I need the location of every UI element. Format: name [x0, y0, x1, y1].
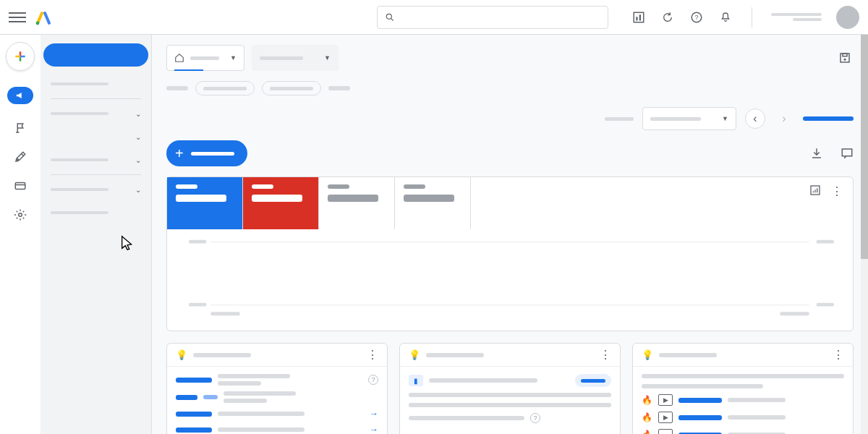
date-range-selector[interactable]: ▼	[642, 107, 736, 130]
metric-tile-1[interactable]	[167, 177, 243, 229]
filter-chip-1[interactable]	[195, 81, 255, 95]
rail-item-goals[interactable]	[14, 122, 27, 135]
date-label	[605, 117, 634, 121]
feedback-icon[interactable]	[841, 147, 854, 160]
flame-icon: 🔥	[642, 430, 652, 434]
nav-item-6[interactable]	[41, 201, 151, 224]
search-icon	[385, 12, 395, 22]
crumb-2[interactable]	[328, 86, 350, 90]
top-header: ?	[0, 0, 868, 35]
svg-rect-15	[841, 54, 849, 62]
menu-icon[interactable]	[9, 9, 26, 26]
svg-text:?: ?	[694, 14, 698, 21]
svg-point-14	[19, 213, 22, 217]
secondary-nav: ⌄ ⌄ ⌄ ⌄	[41, 35, 152, 434]
svg-rect-18	[842, 149, 852, 156]
caret-down-icon: ▼	[230, 54, 237, 61]
svg-rect-4	[636, 17, 637, 20]
nav-item-campaigns[interactable]: ⌄	[41, 125, 151, 148]
user-avatar[interactable]	[836, 6, 859, 29]
svg-rect-24	[189, 303, 206, 307]
rail-item-billing[interactable]	[14, 179, 27, 192]
info-icon[interactable]: ?	[368, 375, 378, 385]
svg-rect-27	[780, 312, 809, 315]
title-row: ▼ ‹ ›	[152, 101, 868, 136]
more-icon[interactable]: ⋮	[600, 348, 611, 362]
search-input[interactable]	[401, 12, 600, 22]
header-actions: ?	[631, 6, 859, 29]
insight-cards: 💡⋮ ? → → → 💡⋮ ▮ ? 💡⋮	[152, 331, 868, 434]
svg-point-17	[844, 59, 846, 61]
svg-rect-26	[210, 312, 239, 315]
nav-item-2[interactable]: ⌄	[41, 102, 151, 125]
icon-rail	[0, 35, 41, 434]
download-icon[interactable]	[810, 147, 823, 160]
google-ads-logo-icon	[35, 9, 52, 26]
save-view-icon[interactable]	[836, 49, 854, 67]
svg-rect-23	[817, 240, 834, 244]
metric-tile-2[interactable]	[243, 177, 319, 229]
filter-chip-2[interactable]	[262, 81, 321, 95]
create-button[interactable]	[6, 42, 35, 71]
more-icon[interactable]: ⋮	[367, 348, 378, 362]
notifications-icon[interactable]	[718, 10, 733, 25]
campaign-selector[interactable]: ▼	[252, 45, 339, 71]
refresh-icon[interactable]	[660, 10, 675, 25]
more-icon[interactable]: ⋮	[833, 348, 844, 362]
account-label[interactable]	[771, 13, 822, 21]
svg-rect-5	[639, 14, 641, 20]
nav-item-5[interactable]: ⌄	[41, 178, 151, 201]
video-type-icon: ▶	[658, 394, 673, 406]
chevron-down-icon: ⌄	[135, 186, 141, 194]
help-icon[interactable]: ?	[689, 10, 704, 25]
arrow-right-icon[interactable]: →	[370, 425, 378, 434]
reports-icon[interactable]	[631, 10, 646, 25]
expand-chart-icon[interactable]	[809, 184, 821, 199]
fab-row: +	[152, 136, 868, 176]
plus-multicolor-icon	[13, 49, 27, 64]
compare-link[interactable]	[803, 116, 854, 121]
chevron-down-icon: ⌄	[135, 133, 141, 141]
rail-item-admin[interactable]	[14, 208, 27, 221]
filter-crumbs	[152, 81, 868, 95]
scope-bar: ▼ ▼	[152, 35, 868, 81]
list-item[interactable]: 🔥▭	[642, 429, 844, 434]
nav-item-overview[interactable]	[43, 43, 148, 67]
nav-item-4[interactable]: ⌄	[41, 148, 151, 171]
date-next-button[interactable]: ›	[774, 109, 794, 129]
metric-tiles: ⋮	[167, 177, 853, 229]
date-prev-button[interactable]: ‹	[745, 109, 765, 129]
svg-rect-22	[189, 240, 206, 244]
lightbulb-icon: 💡	[409, 349, 420, 360]
arrow-right-icon[interactable]: →	[370, 409, 378, 419]
rail-item-tools[interactable]	[14, 150, 27, 163]
scrollbar-thumb[interactable]	[861, 35, 868, 259]
more-icon[interactable]: ⋮	[831, 184, 843, 198]
bar-chart-icon: ▮	[409, 375, 423, 386]
list-item[interactable]: 🔥▶	[642, 394, 844, 406]
lightbulb-icon: 💡	[176, 349, 187, 360]
account-selector[interactable]: ▼	[166, 45, 244, 71]
chevron-down-icon: ⌄	[135, 156, 141, 164]
insight-card-2: 💡⋮ ▮ ?	[399, 343, 621, 434]
svg-point-0	[36, 21, 40, 25]
metric-tile-4[interactable]	[395, 177, 471, 229]
performance-chart[interactable]	[167, 229, 853, 331]
status-badge	[575, 374, 611, 387]
list-item[interactable]: 🔥▶	[642, 412, 844, 423]
search-box[interactable]	[377, 6, 608, 29]
crumb-1[interactable]	[166, 86, 188, 90]
new-campaign-button[interactable]: +	[166, 140, 247, 166]
metric-tile-3[interactable]	[319, 177, 395, 229]
svg-rect-12	[15, 183, 25, 190]
caret-down-icon: ▼	[324, 54, 331, 61]
nav-item-1[interactable]	[41, 72, 151, 95]
flame-icon: 🔥	[642, 412, 652, 422]
lightbulb-icon: 💡	[642, 349, 653, 360]
rail-item-campaigns[interactable]	[7, 87, 33, 106]
info-icon[interactable]: ?	[530, 413, 540, 423]
svg-rect-3	[634, 12, 644, 22]
video-type-icon: ▶	[658, 412, 673, 423]
chevron-down-icon: ⌄	[135, 110, 141, 118]
product-logo[interactable]	[35, 9, 56, 26]
